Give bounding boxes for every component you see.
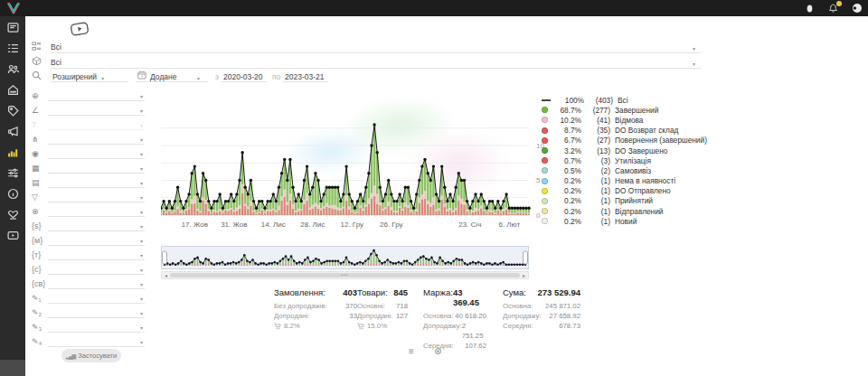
category-select-value[interactable]: Всі	[51, 42, 61, 52]
legend-item[interactable]: 0.2%(1)Прийнятий	[542, 196, 707, 206]
custom-field-4-select[interactable]: ▾	[48, 334, 145, 347]
token-cb-select[interactable]: ▾	[48, 277, 145, 289]
apply-button[interactable]: ▂▄▆ Застосувати	[61, 349, 121, 362]
funnel-icon: ▽	[32, 192, 48, 202]
globe-grid-icon: ⊗	[32, 206, 48, 217]
sidebar-item-orders[interactable]	[6, 42, 19, 53]
sidebar-item-dashboard[interactable]	[6, 22, 19, 33]
sidebar-item-integrations[interactable]	[6, 167, 19, 178]
list-view-icon[interactable]: ≡	[409, 346, 414, 356]
scrollbar-thumb[interactable]: •••	[170, 273, 520, 277]
sidebar-item-marketing[interactable]	[6, 126, 19, 136]
legend-item[interactable]: 100%(403)Всі	[542, 95, 707, 105]
token-m-select[interactable]: ▾	[48, 233, 145, 246]
stat-sub-value: 678.73	[559, 321, 580, 331]
token-t-select[interactable]: ▾	[48, 248, 145, 260]
chevron-down-icon: ▾	[140, 122, 143, 128]
legend-item[interactable]: 0.5%(2)Самовивіз	[542, 165, 707, 175]
legend-item[interactable]: 0.7%(3)Утилізація	[542, 155, 707, 165]
package-select[interactable]: ▾	[48, 161, 145, 174]
legend-percent: 0.2%	[552, 186, 581, 195]
user-icon[interactable]	[804, 3, 816, 14]
legend-item[interactable]: 0.2%(1)DO Отправлено	[542, 186, 707, 196]
legend-item[interactable]: 0.2%(1)Відправлений	[542, 206, 707, 216]
search-icon	[32, 70, 42, 80]
legend-item[interactable]: 10.2%(41)Відмова	[542, 115, 707, 125]
globe-grid-select[interactable]: ▾	[48, 204, 145, 217]
ruler-icon: ∠	[32, 105, 48, 116]
token-c-icon: {с}	[32, 264, 48, 275]
custom-field-3-select[interactable]: ▾	[48, 320, 145, 333]
category-select[interactable]	[51, 40, 701, 53]
filter-row: ∠▾	[25, 101, 152, 116]
money-icon: ▤	[32, 177, 48, 188]
orders-timeline-chart[interactable]: 051017. Жов31. Жов14. Лис28. Лис12. Гру2…	[161, 89, 552, 231]
date-to-label: по	[272, 72, 280, 81]
legend-percent: 100%	[555, 96, 584, 105]
scroll-right-icon[interactable]: ▸	[520, 272, 528, 278]
ruler-select[interactable]: ▾	[48, 103, 145, 116]
legend-item[interactable]: 68.7%(277)Завершений	[542, 105, 707, 115]
help-select[interactable]: ▾	[48, 118, 145, 130]
sidebar-item-statistics[interactable]	[6, 146, 19, 157]
sidebar-item-tutorials[interactable]	[6, 230, 19, 240]
notifications-bell-icon[interactable]	[827, 3, 839, 14]
money-select[interactable]: ▾	[48, 175, 145, 188]
stat-sub-value: 370	[345, 301, 357, 311]
package-icon: ▦	[32, 163, 48, 174]
chart-scrollbar[interactable]: ◂ ••• ▸	[161, 271, 529, 279]
globe-select[interactable]: ▾	[48, 89, 145, 101]
avatar[interactable]	[851, 3, 863, 14]
export-package-icon[interactable]: ⊛	[434, 346, 441, 356]
chevron-down-icon: ▾	[140, 223, 143, 230]
sidebar-footer	[0, 360, 25, 376]
stat-sub-label: Основні:	[357, 301, 385, 311]
app-logo[interactable]	[6, 1, 21, 15]
sidebar-item-support[interactable]	[6, 209, 19, 220]
funnel-select[interactable]: ▾	[48, 190, 145, 202]
date-field-select[interactable]: Додане	[150, 72, 177, 81]
stat-sub-value: 718	[396, 301, 408, 311]
legend-label: Прийнятий	[615, 196, 653, 205]
legend-item[interactable]: 3.2%(13)DO Завершено	[542, 146, 707, 155]
hierarchy-select[interactable]: ▾	[48, 132, 145, 145]
sidebar-item-info[interactable]	[6, 188, 19, 199]
stat-sub-value: 27 658.92	[549, 311, 580, 321]
product-select[interactable]	[51, 55, 701, 69]
svg-text:17. Жов: 17. Жов	[182, 221, 208, 229]
search-mode-select[interactable]: Розширений	[52, 72, 97, 81]
filter-row: ⋔▾	[25, 130, 152, 145]
chevron-down-icon: ▾	[140, 165, 143, 172]
product-select-value[interactable]: Всі	[51, 58, 61, 67]
video-tutorial-icon[interactable]	[70, 22, 90, 37]
chart-range-navigator[interactable]	[161, 246, 532, 270]
custom-field-1-select[interactable]: ▾	[48, 291, 145, 304]
fingerprint-select[interactable]: ▾	[48, 146, 145, 159]
scroll-left-icon[interactable]: ◂	[162, 272, 170, 278]
navigator-handle-right[interactable]	[524, 251, 528, 264]
legend-count: (1)	[581, 207, 610, 216]
token-s-icon: {s}	[32, 221, 48, 231]
sidebar-item-clients[interactable]	[6, 63, 19, 74]
date-to-input[interactable]: 2023-03-21	[285, 72, 324, 81]
legend-item[interactable]: 0.2%(1)Новий	[542, 216, 707, 226]
legend-item[interactable]: 8.7%(35)DO Возврат склад	[542, 126, 707, 136]
date-from-input[interactable]: 2020-03-20	[223, 72, 262, 81]
store-icon	[7, 84, 19, 96]
mini-chart-icon: ▂▄▆	[66, 352, 75, 359]
filter-row: ▤▾	[25, 174, 152, 188]
legend-item[interactable]: 0.2%(1)Нема в наявності	[542, 176, 707, 186]
chevron-down-icon: ▾	[101, 75, 104, 81]
legend-dot-swatch	[542, 117, 548, 123]
sidebar-item-leads[interactable]	[6, 105, 19, 116]
navigator-handle-left[interactable]	[163, 251, 167, 264]
custom-field-2-icon: ✎₂	[32, 307, 48, 318]
sidebar-item-store[interactable]	[6, 84, 19, 95]
token-c-select[interactable]: ▾	[48, 262, 145, 275]
legend-percent: 3.2%	[552, 146, 581, 155]
token-s-select[interactable]: ▾	[48, 219, 145, 231]
custom-field-2-select[interactable]: ▾	[48, 306, 145, 318]
legend-item[interactable]: 6.7%(27)Повернення (завершений)	[542, 136, 707, 146]
stat-title: Замовлення:	[274, 287, 326, 297]
svg-text:12. Гру: 12. Гру	[341, 221, 364, 229]
